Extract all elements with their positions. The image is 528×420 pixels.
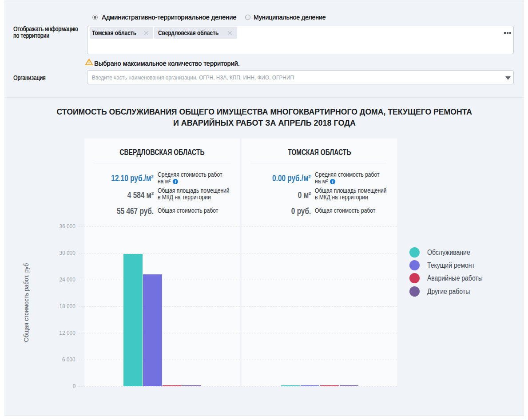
svg-text:i: i bbox=[332, 179, 333, 184]
svg-text:i: i bbox=[175, 179, 176, 184]
